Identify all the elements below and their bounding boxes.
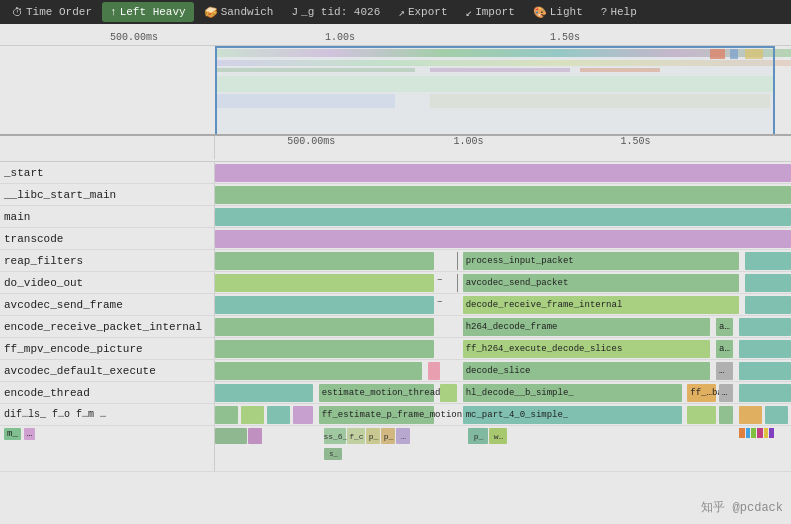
help-button[interactable]: ? Help <box>593 2 645 22</box>
label-encode-thread: encode_thread <box>0 382 215 403</box>
content-avcodec-send-frame[interactable]: – decode_receive_frame_internal <box>215 294 791 315</box>
label-libc: __libc_start_main <box>0 184 215 205</box>
content-transcode[interactable] <box>215 228 791 249</box>
row-reap-filters: reap_filters process_input_packet <box>0 250 791 272</box>
marker2-1-5s: 1.50s <box>620 136 650 147</box>
main-content: 500.00ms 1.00s 1.50s 500.00ms 1.00s 1.50… <box>0 24 791 524</box>
content-avcodec-default[interactable]: decode_slice … <box>215 360 791 381</box>
timeline-header-top: 500.00ms 1.00s 1.50s <box>0 24 791 46</box>
tab-sandwich[interactable]: 🥪 Sandwich <box>196 2 282 22</box>
content-libc[interactable] <box>215 184 791 205</box>
row-main: main <box>0 206 791 228</box>
label-encode-receive-packet: encode_receive_packet_internal <box>0 316 215 337</box>
label-start: _start <box>0 162 215 183</box>
label-do-video-out: do_video_out <box>0 272 215 293</box>
marker2-1s: 1.00s <box>453 136 483 147</box>
tab-time-order[interactable]: ⏱ Time Order <box>4 2 100 22</box>
light-mode-button[interactable]: 🎨 Light <box>525 2 591 22</box>
content-reap-filters[interactable]: process_input_packet <box>215 250 791 271</box>
row-ff-mpv: ff_mpv_encode_picture ff_h264_execute_de… <box>0 338 791 360</box>
row-libc: __libc_start_main <box>0 184 791 206</box>
content-do-video-out[interactable]: – avcodec_send_packet <box>215 272 791 293</box>
flamegraph[interactable]: _start __libc_start_main main transcode <box>0 162 791 524</box>
row-do-video-out: do_video_out – avcodec_send_packet <box>0 272 791 294</box>
tid-selector[interactable]: J _g tid: 4026 <box>283 2 388 22</box>
watermark: 知乎 @pcdack <box>701 499 783 516</box>
arrow-icon: ↑ <box>110 6 117 18</box>
marker-1-5s: 1.50s <box>550 32 580 43</box>
content-start[interactable] <box>215 162 791 183</box>
tab-left-heavy[interactable]: ↑ Left Heavy <box>102 2 194 22</box>
export-button[interactable]: ↗ Export <box>390 2 455 22</box>
label-reap-filters: reap_filters <box>0 250 215 271</box>
row-avcodec-send-frame: avcodec_send_frame – decode_receive_fram… <box>0 294 791 316</box>
toolbar: ⏱ Time Order ↑ Left Heavy 🥪 Sandwich J _… <box>0 0 791 24</box>
row-avcodec-default: avcodec_default_execute decode_slice … <box>0 360 791 382</box>
help-icon: ? <box>601 6 608 18</box>
row-m: m_ … ss_6_ f_c p_ p_ … <box>0 426 791 472</box>
label-transcode: transcode <box>0 228 215 249</box>
content-ff-mpv[interactable]: ff_h264_execute_decode_slices a… <box>215 338 791 359</box>
label-m: m_ … <box>0 426 215 471</box>
marker2-500ms: 500.00ms <box>287 136 335 147</box>
timeline-header-main: 500.00ms 1.00s 1.50s <box>0 136 791 162</box>
sandwich-icon: 🥪 <box>204 6 218 19</box>
import-icon: ↙ <box>466 6 473 19</box>
content-m[interactable]: ss_6_ f_c p_ p_ … p_ w… s_ <box>215 426 791 471</box>
content-main[interactable] <box>215 206 791 227</box>
content-encode-receive-packet[interactable]: h264_decode_frame a… <box>215 316 791 337</box>
export-icon: ↗ <box>398 6 405 19</box>
row-start: _start <box>0 162 791 184</box>
time-icon: ⏱ <box>12 6 23 19</box>
row-transcode: transcode <box>0 228 791 250</box>
row-dif-ls: dif…ls_ f…o f…m … ff_estimate_p_frame_mo… <box>0 404 791 426</box>
overview-area[interactable] <box>0 46 791 136</box>
content-encode-thread[interactable]: estimate_motion_thread hl_decode__b_simp… <box>215 382 791 403</box>
palette-icon: 🎨 <box>533 6 547 19</box>
import-button[interactable]: ↙ Import <box>458 2 523 22</box>
thread-icon: J <box>291 6 298 18</box>
content-dif-ls[interactable]: ff_estimate_p_frame_motion mc_part_4_0_s… <box>215 404 791 425</box>
row-encode-thread: encode_thread estimate_motion_thread hl_… <box>0 382 791 404</box>
marker-500ms: 500.00ms <box>110 32 158 43</box>
label-dif-ls: dif…ls_ f…o f…m … <box>0 404 215 425</box>
row-encode-receive-packet: encode_receive_packet_internal h264_deco… <box>0 316 791 338</box>
label-main: main <box>0 206 215 227</box>
marker-1s: 1.00s <box>325 32 355 43</box>
label-avcodec-send-frame: avcodec_send_frame <box>0 294 215 315</box>
label-ff-mpv: ff_mpv_encode_picture <box>0 338 215 359</box>
label-avcodec-default: avcodec_default_execute <box>0 360 215 381</box>
